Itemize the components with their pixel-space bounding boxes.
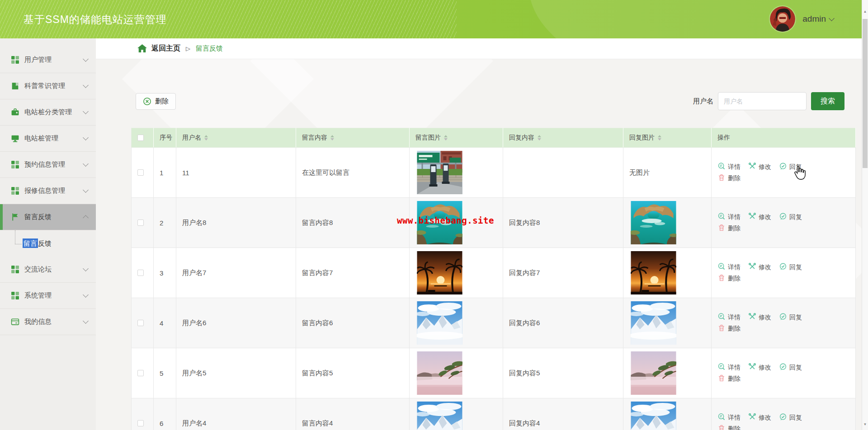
reply-action[interactable]: 回复 bbox=[779, 162, 802, 172]
delete-action[interactable]: 删除 bbox=[717, 424, 741, 430]
reply-action[interactable]: 回复 bbox=[779, 262, 802, 272]
cell-username: 用户名7 bbox=[176, 248, 296, 298]
sidebar-item-label: 报修信息管理 bbox=[24, 187, 84, 195]
cell-reply-image bbox=[623, 248, 712, 298]
detail-action[interactable]: 详情 bbox=[717, 262, 741, 272]
check-circle-icon bbox=[779, 162, 787, 172]
table-row: 1 11 在这里可以留言 无图片 详情 修改 回复 删除 bbox=[132, 148, 856, 198]
edit-action[interactable]: 修改 bbox=[748, 413, 771, 422]
delete-action[interactable]: 删除 bbox=[717, 173, 741, 183]
table-row: 4 用户名6 留言内容6 回复内容6 详情 修改 回复 删除 bbox=[132, 298, 856, 348]
reply-action[interactable]: 回复 bbox=[779, 363, 802, 372]
snow-mountain-thumbnail bbox=[631, 301, 676, 345]
cell-actions: 详情 修改 回复 删除 bbox=[712, 348, 856, 398]
column-header-4[interactable]: 回复内容 bbox=[503, 128, 623, 148]
user-avatar[interactable] bbox=[770, 6, 795, 32]
search-input[interactable] bbox=[718, 92, 807, 110]
tree-connector bbox=[12, 230, 23, 257]
edit-action[interactable]: 修改 bbox=[748, 363, 771, 372]
sidebar-item-6[interactable]: 留言反馈 bbox=[0, 204, 96, 230]
column-header-2[interactable]: 留言内容 bbox=[296, 128, 410, 148]
cell-reply-content: 回复内容5 bbox=[503, 348, 623, 398]
sidebar-item-1[interactable]: 科普常识管理 bbox=[0, 73, 96, 99]
delete-action[interactable]: 删除 bbox=[717, 374, 741, 383]
reply-action[interactable]: 回复 bbox=[779, 413, 802, 422]
breadcrumb-separator: ▷ bbox=[186, 45, 190, 52]
detail-action[interactable]: 详情 bbox=[717, 363, 741, 372]
page-scrollbar[interactable]: ▲ ▼ bbox=[862, 0, 868, 430]
select-all-checkbox[interactable] bbox=[137, 135, 144, 141]
sidebar-item-4[interactable]: 预约信息管理 bbox=[0, 152, 96, 178]
row-checkbox[interactable] bbox=[137, 420, 144, 426]
detail-action[interactable]: 详情 bbox=[717, 313, 741, 322]
cell-actions: 详情 修改 回复 删除 bbox=[712, 398, 856, 430]
cell-reply-image: 无图片 bbox=[623, 148, 712, 198]
detail-action[interactable]: 详情 bbox=[717, 413, 741, 422]
cell-checkbox bbox=[132, 348, 154, 398]
delete-action[interactable]: 删除 bbox=[717, 324, 741, 333]
row-checkbox[interactable] bbox=[137, 320, 144, 326]
column-header-1[interactable]: 用户名 bbox=[176, 128, 296, 148]
grid-icon bbox=[11, 187, 19, 195]
tools-icon bbox=[748, 313, 756, 322]
edit-action[interactable]: 修改 bbox=[748, 162, 771, 172]
row-checkbox[interactable] bbox=[137, 370, 144, 376]
scrollbar-up-arrow[interactable]: ▲ bbox=[862, 8, 868, 14]
cell-message-image bbox=[410, 148, 503, 198]
row-checkbox[interactable] bbox=[137, 169, 144, 176]
sidebar-item-3[interactable]: 电站桩管理 bbox=[0, 126, 96, 152]
edit-action[interactable]: 修改 bbox=[748, 262, 771, 272]
snow-mountain-thumbnail bbox=[417, 402, 462, 430]
sort-arrows-icon[interactable] bbox=[538, 135, 541, 140]
row-checkbox[interactable] bbox=[137, 270, 144, 276]
tools-icon bbox=[748, 262, 756, 272]
trash-icon bbox=[717, 173, 726, 183]
sidebar-item-9[interactable]: 我的信息 bbox=[0, 309, 96, 335]
user-name[interactable]: admin bbox=[802, 14, 834, 24]
delete-action[interactable]: 删除 bbox=[717, 224, 741, 233]
delete-button[interactable]: 删除 bbox=[136, 93, 176, 110]
edit-action[interactable]: 修改 bbox=[748, 212, 771, 222]
cell-checkbox bbox=[132, 198, 154, 248]
no-image-text: 无图片 bbox=[629, 168, 650, 176]
scrollbar-down-arrow[interactable]: ▼ bbox=[862, 421, 868, 427]
row-checkbox[interactable] bbox=[137, 220, 144, 226]
detail-action[interactable]: 详情 bbox=[717, 162, 741, 172]
breadcrumb-home-link[interactable]: 返回主页 bbox=[137, 44, 180, 53]
cell-reply-content bbox=[503, 148, 623, 198]
sidebar-item-label: 我的信息 bbox=[24, 318, 84, 326]
grid-icon bbox=[11, 291, 19, 300]
delete-action[interactable]: 删除 bbox=[717, 274, 741, 283]
cell-actions: 详情 修改 回复 删除 bbox=[712, 198, 856, 248]
scrollbar-thumb[interactable] bbox=[863, 19, 868, 168]
reply-action[interactable]: 回复 bbox=[779, 212, 802, 222]
table-row: 3 用户名7 留言内容7 回复内容7 详情 修改 回复 删除 bbox=[132, 248, 856, 298]
cell-reply-image bbox=[623, 198, 712, 248]
sidebar-item-5[interactable]: 报修信息管理 bbox=[0, 178, 96, 204]
column-header-3[interactable]: 留言图片 bbox=[410, 128, 503, 148]
sort-arrows-icon[interactable] bbox=[658, 135, 661, 140]
sidebar-subitem-留言反馈[interactable]: 留言反馈 bbox=[0, 230, 96, 257]
monitor-icon bbox=[11, 134, 19, 143]
sidebar-item-0[interactable]: 用户管理 bbox=[0, 47, 96, 73]
column-header-6: 操作 bbox=[712, 128, 856, 148]
trash-icon bbox=[717, 274, 726, 283]
sidebar-item-8[interactable]: 系统管理 bbox=[0, 283, 96, 309]
detail-action[interactable]: 详情 bbox=[717, 212, 741, 222]
sidebar-item-7[interactable]: 交流论坛 bbox=[0, 257, 96, 283]
sort-arrows-icon[interactable] bbox=[444, 135, 448, 140]
column-header-5[interactable]: 回复图片 bbox=[623, 128, 712, 148]
table-row: 5 用户名5 留言内容5 回复内容5 详情 修改 回复 删除 bbox=[132, 348, 856, 398]
cell-reply-content: 回复内容7 bbox=[503, 248, 623, 298]
cell-username: 用户名4 bbox=[176, 398, 296, 430]
sort-arrows-icon[interactable] bbox=[330, 135, 334, 140]
chevron-icon bbox=[83, 56, 89, 62]
sidebar-item-label: 电站桩分类管理 bbox=[24, 108, 84, 117]
user-menu[interactable]: admin bbox=[770, 6, 834, 32]
sunset-palms-thumbnail bbox=[417, 251, 462, 294]
sidebar-item-2[interactable]: 电站桩分类管理 bbox=[0, 99, 96, 126]
sort-arrows-icon[interactable] bbox=[204, 135, 208, 140]
reply-action[interactable]: 回复 bbox=[779, 313, 802, 322]
search-button[interactable]: 搜索 bbox=[811, 92, 844, 110]
edit-action[interactable]: 修改 bbox=[748, 313, 771, 322]
